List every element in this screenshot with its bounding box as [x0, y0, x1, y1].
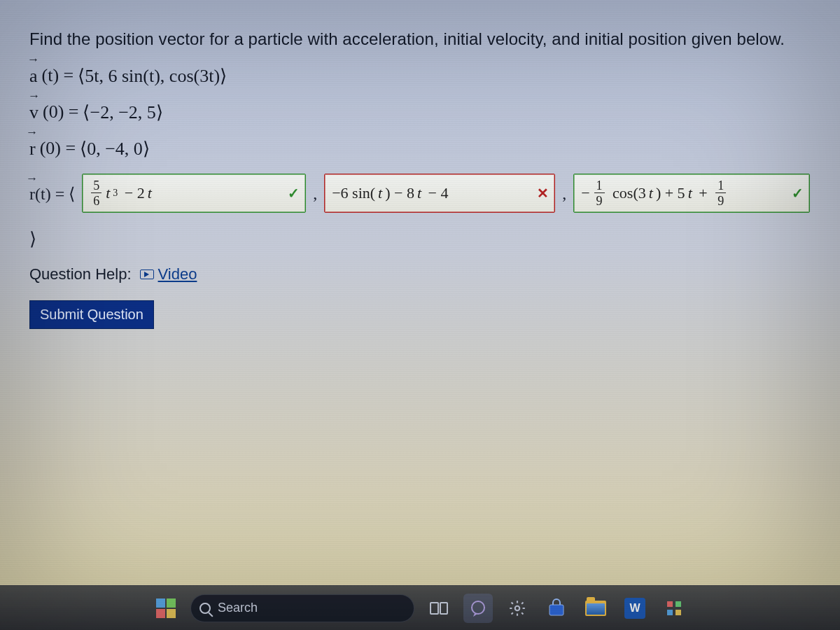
question-prompt: Find the position vector for a particle …: [29, 29, 811, 49]
svg-point-3: [515, 606, 520, 610]
gear-icon: [508, 599, 526, 617]
store-button[interactable]: [542, 594, 571, 623]
chat-icon: [469, 599, 487, 617]
windows-logo-icon: [156, 598, 176, 618]
word-app-button[interactable]: W: [620, 594, 650, 623]
answer-lhs: r(t) = ⟨: [29, 183, 75, 204]
app-button-misc[interactable]: [659, 594, 689, 623]
task-view-icon: [430, 601, 448, 616]
equation-initial-velocity: v(0) = ⟨−2, −2, 5⟩: [29, 101, 811, 123]
word-icon: W: [624, 598, 645, 619]
taskbar: Search W: [0, 585, 840, 630]
grid-app-icon: [665, 599, 683, 617]
check-icon: ✓: [792, 185, 804, 202]
store-icon: [547, 598, 566, 618]
svg-rect-7: [667, 610, 673, 615]
answer-row: r(t) = ⟨ 56 t3 − 2t ✓ , −6 sin(t) − 8t −…: [29, 174, 811, 250]
svg-rect-6: [676, 601, 681, 607]
task-view-button[interactable]: [424, 594, 454, 623]
question-help-row: Question Help: Video: [29, 265, 811, 284]
equation-acceleration: a(t) = ⟨5t, 6 sin(t), cos(3t)⟩: [29, 64, 811, 87]
question-panel: Find the position vector for a particle …: [0, 0, 840, 343]
separator: ,: [562, 184, 566, 203]
equation-initial-position: r(0) = ⟨0, −4, 0⟩: [29, 137, 811, 160]
chat-app-button[interactable]: [463, 594, 493, 623]
separator: ,: [313, 184, 317, 203]
taskbar-search[interactable]: Search: [190, 594, 414, 622]
settings-button[interactable]: [503, 594, 532, 623]
video-icon: [140, 270, 154, 279]
svg-rect-1: [440, 603, 447, 614]
question-help-label: Question Help:: [29, 265, 132, 284]
svg-rect-5: [667, 601, 673, 607]
video-help-link[interactable]: Video: [140, 265, 197, 284]
svg-rect-4: [550, 605, 564, 615]
svg-rect-8: [676, 610, 681, 615]
answer-input-2[interactable]: −6 sin(t) − 8t − 4 ✕: [324, 174, 555, 213]
check-icon: ✓: [288, 185, 300, 202]
folder-icon: [585, 601, 606, 616]
search-placeholder: Search: [218, 601, 258, 615]
answer-closing-bracket: ⟩: [29, 228, 811, 250]
svg-rect-0: [430, 603, 438, 614]
search-icon: [200, 603, 211, 614]
submit-question-button[interactable]: Submit Question: [29, 300, 154, 329]
svg-point-2: [472, 601, 484, 614]
answer-input-1[interactable]: 56 t3 − 2t ✓: [82, 174, 306, 213]
cross-icon: ✕: [537, 185, 549, 202]
start-button[interactable]: [151, 594, 181, 623]
file-explorer-button[interactable]: [581, 594, 610, 623]
answer-input-3[interactable]: −19 cos(3t) + 5t + 19 ✓: [573, 174, 810, 213]
